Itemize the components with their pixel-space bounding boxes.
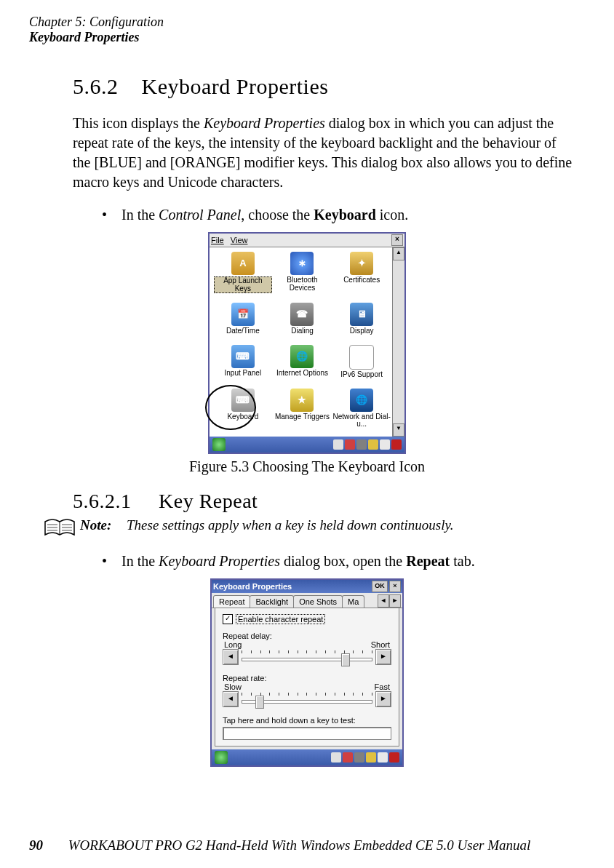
- taskbar: [210, 437, 404, 453]
- cp-item-certificates[interactable]: ✦ Certificates: [332, 252, 391, 300]
- display-icon: 🖥: [350, 303, 373, 326]
- label: Display: [350, 327, 374, 335]
- cp-item-dialing[interactable]: ☎ Dialing: [274, 303, 332, 342]
- manual-title: WORKABOUT PRO G2 Hand-Held With Windows …: [68, 837, 531, 853]
- text: , choose the: [241, 207, 314, 223]
- tab-repeat[interactable]: Repeat: [213, 595, 250, 608]
- ok-button[interactable]: OK: [372, 581, 388, 592]
- cp-item-datetime[interactable]: 📅 Date/Time: [214, 303, 272, 342]
- text-bold: Repeat: [406, 553, 450, 569]
- bullet-item: • In the Keyboard Properties dialog box,…: [102, 553, 585, 570]
- tray-icon[interactable]: [380, 439, 390, 450]
- network-icon: 🌐: [350, 389, 373, 412]
- slider-max-label: Short: [371, 640, 390, 649]
- certificate-icon: ✦: [350, 252, 373, 275]
- tab-scroll-left[interactable]: ◄: [378, 594, 389, 608]
- cp-item-internet-options[interactable]: 🌐 Internet Options: [274, 345, 332, 386]
- slider-thumb[interactable]: [255, 696, 264, 709]
- tab-backlight[interactable]: Backlight: [250, 595, 294, 608]
- note-label: Note:: [80, 517, 111, 533]
- slider-decrease-button[interactable]: ◄: [223, 649, 239, 665]
- label: Keyboard: [227, 413, 258, 421]
- scroll-up-button[interactable]: ▲: [393, 247, 404, 260]
- tray-icon[interactable]: [331, 752, 341, 763]
- repeat-rate-slider[interactable]: [239, 692, 375, 706]
- figure-caption: Figure 5.3 Choosing The Keyboard Icon: [29, 458, 585, 475]
- tray-icon[interactable]: [391, 439, 402, 450]
- note-text: These settings apply when a key is held …: [127, 517, 454, 533]
- cp-item-manage-triggers[interactable]: ★ Manage Triggers: [274, 389, 332, 435]
- checkbox-icon: ✓: [223, 614, 233, 624]
- tray-icon[interactable]: [333, 439, 343, 450]
- cp-item-ipv6[interactable]: IP6 IPv6 Support: [332, 345, 391, 386]
- text-italic: Control Panel: [159, 207, 241, 223]
- text: In the: [121, 553, 159, 569]
- test-input[interactable]: [223, 727, 391, 740]
- section-heading: 5.6.2 Keyboard Properties: [73, 74, 585, 99]
- slider-increase-button[interactable]: ►: [375, 649, 391, 665]
- label: IPv6 Support: [340, 371, 383, 379]
- label: Input Panel: [225, 370, 262, 378]
- subsection-number: 5.6.2.1: [73, 490, 132, 512]
- triggers-icon: ★: [290, 389, 314, 412]
- label: Internet Options: [276, 370, 328, 378]
- label: Certificates: [343, 276, 380, 284]
- repeat-delay-slider[interactable]: [239, 650, 375, 664]
- checkbox-label: Enable character repeat: [236, 614, 325, 624]
- cp-item-app-launch-keys[interactable]: A App Launch Keys: [214, 252, 272, 300]
- repeat-delay-group: Repeat delay: Long Short ◄ ►: [223, 632, 391, 665]
- start-button[interactable]: [215, 751, 228, 764]
- close-button[interactable]: ×: [389, 581, 401, 592]
- bluetooth-icon: ∗: [290, 252, 314, 275]
- tray-icon[interactable]: [366, 752, 376, 763]
- slider-max-label: Fast: [375, 682, 390, 691]
- tray-icon[interactable]: [389, 752, 399, 763]
- tray-icon[interactable]: [368, 439, 378, 450]
- text-bold: Keyboard: [314, 207, 376, 223]
- text-italic: Keyboard Properties: [204, 115, 325, 131]
- ipv6-icon: IP6: [349, 345, 374, 370]
- titlebar: Keyboard Properties OK ×: [212, 580, 402, 593]
- text: dialog box, open the: [280, 553, 406, 569]
- bullet-marker: •: [102, 207, 107, 223]
- cp-item-network[interactable]: 🌐 Network and Dial-u...: [332, 389, 391, 435]
- slider-title: Repeat rate:: [223, 674, 391, 682]
- text: tab.: [450, 553, 474, 569]
- tray-icon[interactable]: [345, 439, 355, 450]
- tray-icon[interactable]: [354, 752, 364, 763]
- tray-icon[interactable]: [356, 439, 367, 450]
- label: Bluetooth Devices: [274, 276, 332, 292]
- tab-more[interactable]: Ma: [342, 595, 364, 608]
- tab-strip: Repeat Backlight One Shots Ma ◄ ►: [212, 593, 402, 608]
- close-button[interactable]: ×: [391, 234, 403, 246]
- slider-increase-button[interactable]: ►: [375, 691, 391, 707]
- enable-repeat-checkbox[interactable]: ✓ Enable character repeat: [223, 614, 391, 624]
- tab-one-shots[interactable]: One Shots: [293, 595, 343, 608]
- label: Network and Dial-u...: [332, 413, 391, 429]
- tray-icon[interactable]: [343, 752, 353, 763]
- tray-icon[interactable]: [378, 752, 388, 763]
- cp-item-display[interactable]: 🖥 Display: [332, 303, 391, 342]
- slider-decrease-button[interactable]: ◄: [223, 691, 239, 707]
- cp-item-input-panel[interactable]: ⌨ Input Panel: [214, 345, 272, 386]
- figure-keyboard-properties: Keyboard Properties OK × Repeat Backligh…: [29, 578, 585, 767]
- start-button[interactable]: [212, 438, 226, 451]
- page-number: 90: [29, 837, 43, 853]
- scrollbar[interactable]: ▲ ▼: [392, 247, 404, 437]
- cp-item-bluetooth[interactable]: ∗ Bluetooth Devices: [274, 252, 332, 300]
- slider-min-label: Long: [224, 640, 242, 649]
- tab-scroll-right[interactable]: ►: [389, 594, 401, 608]
- text: In the: [121, 207, 159, 223]
- globe-icon: 🌐: [290, 345, 314, 368]
- bullet-item: • In the Control Panel, choose the Keybo…: [102, 207, 585, 223]
- menubar: File View ×: [210, 234, 404, 247]
- menu-view[interactable]: View: [231, 236, 248, 244]
- cp-item-keyboard[interactable]: ⌨ Keyboard: [214, 389, 272, 435]
- scroll-down-button[interactable]: ▼: [393, 423, 404, 437]
- subsection-heading: 5.6.2.1 Key Repeat: [73, 490, 585, 513]
- input-panel-icon: ⌨: [231, 345, 255, 368]
- text: icon.: [376, 207, 408, 223]
- menu-file[interactable]: File: [211, 236, 224, 244]
- keyboard-icon: ⌨: [231, 389, 255, 412]
- slider-thumb[interactable]: [341, 653, 350, 666]
